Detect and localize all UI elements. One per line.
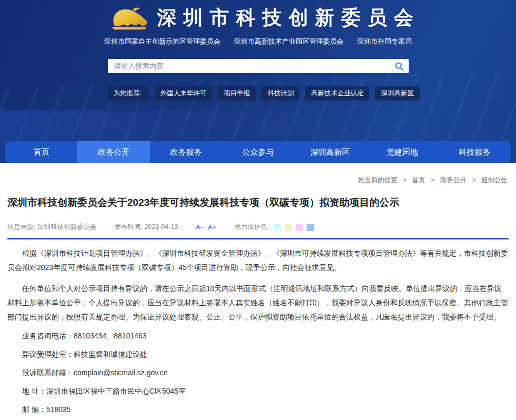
nav-item-tech-services[interactable]: 科技服务 xyxy=(439,141,511,163)
tag-foreigner-permit[interactable]: 外国人来华许可 xyxy=(155,86,213,101)
article-body: 根据《深圳市科技计划项目管理办法》、《深圳市科技研发资金管理办法》、《深圳市可持… xyxy=(7,246,509,420)
site-header: 深圳市科技创新委员会 xyxy=(108,0,409,32)
breadcrumb-notices[interactable]: 通知公告 xyxy=(481,176,508,184)
search-icon xyxy=(394,62,404,71)
site-title: 深圳市科技创新委员会 xyxy=(157,5,420,31)
contact-postcode: 邮 编：518035 xyxy=(7,403,509,416)
sub-link-hightech-park[interactable]: 深圳市高新技术产业园区管理委员会 xyxy=(234,37,343,46)
nav-item-gov-services[interactable]: 政务服务 xyxy=(150,141,222,163)
publish-date: 发布时间: 2023-04-13 xyxy=(114,223,178,232)
breadcrumb-separator: > xyxy=(431,176,434,184)
main-nav: 首页 政务公开 政务服务 公众参与 深圳高新区 党建园地 科技服务 xyxy=(5,141,511,163)
article-page: 您当前的位置 > 首页 > 政务公开 > 通知公告 深圳市科技创新委员会关于20… xyxy=(0,176,516,420)
breadcrumb-gov-disclosure[interactable]: 政务公开 xyxy=(440,176,467,184)
paragraph-objection-rules: 任何单位和个人对公示项目持有异议的，请在公示之日起10天内以书面形式（注明通讯地… xyxy=(7,282,509,324)
breadcrumb-home[interactable]: 首页 xyxy=(412,176,425,184)
pioneer-bull-logo-icon xyxy=(108,4,151,32)
contact-email: 投诉联系邮箱：complain@sticmail.sz.gov.cn xyxy=(7,366,509,379)
font-smaller-button[interactable]: A- xyxy=(196,223,203,231)
eye-protect-swatch-pink[interactable] xyxy=(296,224,303,231)
tag-hightech-enterprise[interactable]: 高新技术企业认定 xyxy=(305,86,369,101)
tag-project-application[interactable]: 项目申报 xyxy=(218,86,256,101)
contact-address: 地 址：深圳市福田区福中三路市民中心C区5045室 xyxy=(7,384,509,398)
nav-item-party-building[interactable]: 党建园地 xyxy=(366,141,438,163)
article-title: 深圳市科技创新委员会关于2023年度可持续发展科技专项（双碳专项）拟资助项目的公… xyxy=(7,196,509,209)
eye-protect-swatch-blue[interactable] xyxy=(307,224,314,231)
recommend-label: 为您推荐: xyxy=(108,86,149,101)
nav-item-hightech-zone[interactable]: 深圳高新区 xyxy=(294,141,366,163)
font-larger-button[interactable]: A+ xyxy=(208,223,216,231)
eye-protect-swatch-cyan[interactable] xyxy=(274,224,281,231)
search-button[interactable] xyxy=(393,61,406,72)
breadcrumb-separator: > xyxy=(472,176,475,184)
sub-link-foreign-experts[interactable]: 深圳市外国专家局 xyxy=(357,37,412,46)
recommend-tags: 为您推荐: 外国人来华许可 项目申报 科技计划 高新技术企业认定 深圳高新区 xyxy=(108,86,409,101)
contact-office: 异议受理处室：科技监督和诚信建设处 xyxy=(7,347,509,361)
search-input[interactable] xyxy=(108,59,409,73)
breadcrumb-separator: > xyxy=(403,176,407,184)
eye-protect-swatch-yellow[interactable] xyxy=(285,224,292,231)
site-banner: 深圳市科技创新委员会 深圳市国家自主创新示范区管理委员会 深圳市高新技术产业园区… xyxy=(0,0,516,163)
header-sub-links: 深圳市国家自主创新示范区管理委员会 深圳市高新技术产业园区管理委员会 深圳市外国… xyxy=(108,37,409,46)
breadcrumb: 您当前的位置 > 首页 > 政务公开 > 通知公告 xyxy=(7,176,509,185)
nav-item-public-participation[interactable]: 公众参与 xyxy=(222,141,294,163)
breadcrumb-label: 您当前的位置 xyxy=(358,176,397,184)
nav-item-home[interactable]: 首页 xyxy=(5,141,77,163)
contact-phone: 业务咨询电话：88103434、88101463 xyxy=(7,329,509,343)
paragraph-basis: 根据《深圳市科技计划项目管理办法》、《深圳市科技研发资金管理办法》、《深圳市可持… xyxy=(7,246,509,275)
nav-item-gov-disclosure[interactable]: 政务公开 xyxy=(77,141,149,163)
sub-link-demonstration-zone[interactable]: 深圳市国家自主创新示范区管理委员会 xyxy=(104,37,220,46)
tag-shenzhen-hightech-zone[interactable]: 深圳高新区 xyxy=(375,86,420,101)
article-meta: 信息来源: 深圳科技创新委员会 发布时间: 2023-04-13 A- A+ 视… xyxy=(7,223,509,232)
info-source: 信息来源: 深圳科技创新委员会 xyxy=(7,223,96,232)
title-divider xyxy=(7,238,509,239)
search-bar xyxy=(108,59,409,73)
tag-science-plan[interactable]: 科技计划 xyxy=(261,86,299,101)
eye-protect-label: 视力保护色: xyxy=(235,223,269,232)
